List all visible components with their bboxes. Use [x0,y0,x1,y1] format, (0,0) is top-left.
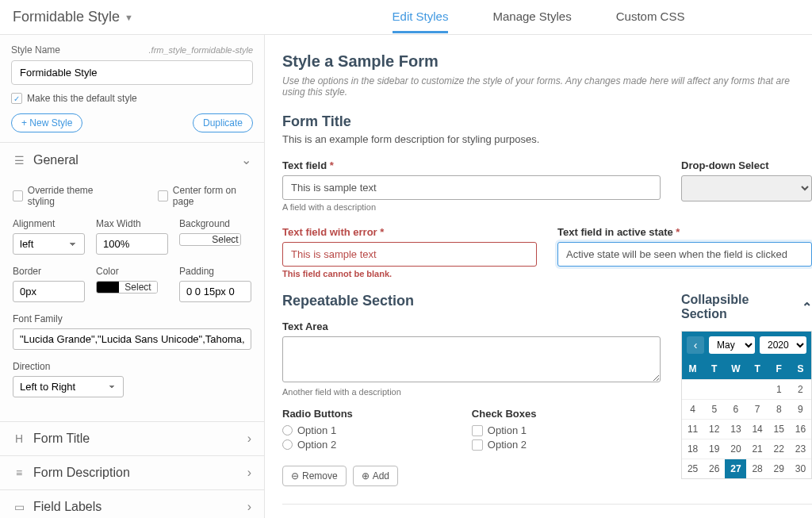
calendar-day: . [682,379,703,399]
padding-input[interactable] [179,281,251,302]
duplicate-button[interactable]: Duplicate [193,113,253,132]
style-name-input[interactable] [11,60,253,85]
calendar-day[interactable]: 8 [768,399,790,419]
section-general: ☰ General ⌄ Override theme styling Cente… [0,143,264,422]
calendar-day[interactable]: 21 [746,439,768,459]
calendar-day[interactable]: 20 [725,439,746,459]
default-style-checkbox[interactable]: ✓ [11,93,22,104]
font-input[interactable] [13,328,251,350]
sidebar: Style Name .frm_style_formidable-style ✓… [0,35,265,518]
calendar-day[interactable]: 12 [703,419,725,439]
chevron-down-icon: ⌄ [241,152,251,167]
lines-icon: ≡ [13,466,25,479]
topbar: Formidable Style ▼ Edit Styles Manage St… [0,0,812,35]
direction-select[interactable]: Left to Right [13,376,124,397]
color-picker[interactable]: Select [96,281,158,294]
form-title-section-label: Form Title [33,432,90,446]
calendar-day[interactable]: 4 [682,399,703,419]
calendar-day[interactable]: 28 [746,459,768,478]
tab-edit-styles[interactable]: Edit Styles [393,2,449,33]
error-message: This field cannot be blank. [282,269,537,278]
calendar-day[interactable]: 26 [703,459,725,478]
calendar-day[interactable]: 23 [790,439,811,459]
maxwidth-input[interactable] [96,233,168,255]
radio-option2[interactable] [282,439,293,450]
calendar-day[interactable]: 29 [768,459,790,478]
color-label: Color [96,266,168,277]
alignment-label: Alignment [13,218,85,229]
checkboxes-label: Check Boxes [472,408,537,420]
new-style-button[interactable]: + New Style [11,113,82,132]
calendar-day[interactable]: 18 [682,439,703,459]
radio-buttons-label: Radio Buttons [282,408,353,420]
calendar-day: . [746,379,768,399]
calendar-day[interactable]: 13 [725,419,746,439]
calendar-day[interactable]: 30 [790,459,811,478]
alignment-select[interactable]: left [13,233,85,255]
section-form-title[interactable]: HForm Title› [0,422,264,455]
text-field-input[interactable] [282,175,661,200]
calendar-day[interactable]: 25 [682,459,703,478]
calendar-month-select[interactable]: May [709,336,755,354]
style-name-label: Style Name [11,44,60,56]
background-color-picker[interactable]: Select [179,233,241,246]
calendar-day[interactable]: 5 [703,399,725,419]
calendar-day[interactable]: 19 [703,439,725,459]
form-title: Form Title [282,113,812,130]
checkbox-option1-label: Option 1 [488,424,527,436]
checkbox-option2[interactable] [472,439,483,451]
calendar-day[interactable]: 14 [746,419,768,439]
border-input[interactable] [13,281,85,302]
error-field-input[interactable] [282,242,537,267]
radio-option2-label: Option 2 [297,439,336,451]
chevron-up-icon: ⌃ [802,300,812,315]
calendar-dow: S [790,359,811,379]
section-form-description[interactable]: ≡Form Description› [0,456,264,489]
calendar-day[interactable]: 9 [790,399,811,419]
active-field-label: Text field in active state * [557,226,812,238]
calendar-year-select[interactable]: 2020 [760,336,806,354]
radio-option1[interactable] [282,425,293,436]
section-field-labels[interactable]: ▭Field Labels› [0,490,264,518]
tab-manage-styles[interactable]: Manage Styles [492,2,571,33]
page-title[interactable]: Formidable Style [13,9,120,25]
textarea-input[interactable] [282,336,661,382]
calendar-day[interactable]: 11 [682,419,703,439]
general-header[interactable]: ☰ General ⌄ [0,143,264,177]
default-style-label: Make this the default style [27,93,137,104]
background-select-button[interactable]: Select [210,234,240,245]
center-form-checkbox[interactable] [158,190,168,201]
add-button[interactable]: ⊕Add [353,466,398,486]
active-field-input[interactable] [557,242,812,267]
error-field-label: Text field with error * [282,226,537,238]
dropdown-label: Drop-down Select [681,159,812,171]
calendar-prev-button[interactable]: ‹ [687,336,704,354]
calendar-dow: T [703,359,725,379]
field-labels-section-label: Field Labels [33,500,102,514]
chevron-down-icon[interactable]: ▼ [124,13,133,22]
calendar-day[interactable]: 1 [768,379,790,399]
remove-button[interactable]: ⊖Remove [282,466,347,486]
sliders-icon: ☰ [13,154,25,167]
calendar-day[interactable]: 27 [725,459,746,478]
calendar-day[interactable]: 15 [768,419,790,439]
override-theme-checkbox[interactable] [13,190,23,201]
radio-option1-label: Option 1 [297,424,336,436]
calendar-day[interactable]: 22 [768,439,790,459]
repeatable-section-title: Repeatable Section [282,293,661,309]
checkbox-option1[interactable] [472,425,483,436]
calendar-day[interactable]: 2 [790,379,811,399]
color-select-button[interactable]: Select [119,282,157,293]
center-form-label: Center form on page [173,185,251,207]
calendar-day[interactable]: 7 [746,399,768,419]
calendar-day[interactable]: 6 [725,399,746,419]
collapsible-section-title[interactable]: Collapsible Section ⌃ [681,293,812,321]
dropdown-select[interactable] [681,175,812,201]
calendar-day[interactable]: 16 [790,419,811,439]
checkbox-option2-label: Option 2 [488,439,527,451]
form-desc-section-label: Form Description [33,466,130,480]
tab-custom-css[interactable]: Custom CSS [616,2,685,33]
chevron-right-icon: › [247,466,251,480]
preview-pane: Style a Sample Form Use the options in t… [265,35,812,518]
tag-icon: ▭ [13,501,25,513]
